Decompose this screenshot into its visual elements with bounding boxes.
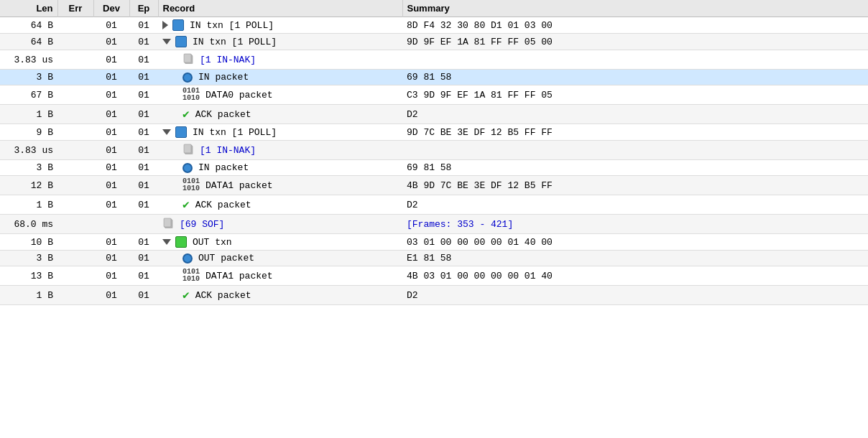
col-header-ep: Ep	[129, 0, 158, 17]
col-header-record: Record	[158, 0, 402, 17]
col-header-summary: Summary	[402, 0, 868, 17]
cell-record: 01011010DATA1 packet	[158, 176, 402, 195]
cell-dev: 01	[93, 195, 129, 215]
cell-record: ✔ACK packet	[158, 195, 402, 215]
circle-blue-icon	[183, 73, 193, 83]
cell-dev: 01	[93, 85, 129, 105]
record-text: IN txn [1 POLL]	[190, 20, 274, 31]
cell-len: 9 B	[0, 124, 57, 141]
cell-summary: D2	[402, 286, 868, 305]
cell-len: 12 B	[0, 176, 57, 195]
cell-record: ✔ACK packet	[158, 105, 402, 124]
cell-err	[57, 105, 93, 124]
cell-err	[57, 286, 93, 305]
cell-ep: 01	[129, 286, 158, 305]
cell-dev: 01	[93, 105, 129, 124]
cell-err	[57, 234, 93, 251]
col-header-dev: Dev	[93, 0, 129, 17]
cell-err	[57, 17, 93, 34]
cell-len: 10 B	[0, 234, 57, 251]
col-header-err: Err	[57, 0, 93, 17]
table-row[interactable]: 64 B0101IN txn [1 POLL]9D 9F EF 1A 81 FF…	[0, 34, 868, 50]
cell-summary	[402, 50, 868, 70]
cell-err	[57, 70, 93, 85]
cell-ep: 01	[129, 234, 158, 251]
stack-icon	[183, 52, 194, 67]
cell-dev: 01	[93, 176, 129, 195]
cell-err	[57, 34, 93, 50]
table-row[interactable]: 12 B010101011010DATA1 packet4B 9D 7C BE …	[0, 176, 868, 195]
record-text: ACK packet	[195, 290, 251, 301]
circle-blue-icon	[183, 163, 193, 173]
cell-err	[57, 266, 93, 286]
cell-dev: 01	[93, 34, 129, 50]
cell-err	[57, 124, 93, 141]
cell-summary: C3 9D 9F EF 1A 81 FF FF 05	[402, 85, 868, 105]
cell-dev: 01	[93, 234, 129, 251]
cell-err	[57, 251, 93, 266]
cell-err	[57, 195, 93, 215]
cell-len: 68.0 ms	[0, 215, 57, 234]
cell-len: 3 B	[0, 70, 57, 85]
cell-ep: 01	[129, 85, 158, 105]
cell-len: 13 B	[0, 266, 57, 286]
cell-len: 3 B	[0, 160, 57, 176]
cell-dev: 01	[93, 141, 129, 160]
record-text: OUT packet	[198, 253, 254, 264]
cell-summary: 69 81 58	[402, 160, 868, 176]
cell-ep: 01	[129, 176, 158, 195]
arrow-down-icon	[162, 239, 171, 245]
cell-ep	[129, 215, 158, 234]
cell-summary: D2	[402, 105, 868, 124]
cell-len: 64 B	[0, 17, 57, 34]
cell-summary: 8D F4 32 30 80 D1 01 03 00	[402, 17, 868, 34]
table-row[interactable]: 3 B0101OUT packetE1 81 58	[0, 251, 868, 266]
cell-err	[57, 160, 93, 176]
cell-record: [69 SOF]	[158, 215, 402, 234]
cell-len: 1 B	[0, 286, 57, 305]
table-row[interactable]: 3.83 us0101[1 IN-NAK]	[0, 50, 868, 70]
table-row[interactable]: 13 B010101011010DATA1 packet4B 03 01 00 …	[0, 266, 868, 286]
cell-dev: 01	[93, 50, 129, 70]
table-row[interactable]: 68.0 ms[69 SOF][Frames: 353 - 421]	[0, 215, 868, 234]
cell-ep: 01	[129, 17, 158, 34]
cell-ep: 01	[129, 251, 158, 266]
table-row[interactable]: 1 B0101✔ACK packetD2	[0, 105, 868, 124]
stack-icon	[183, 143, 194, 157]
stack-icon	[162, 217, 174, 231]
cell-ep: 01	[129, 105, 158, 124]
cell-record: IN txn [1 POLL]	[158, 124, 402, 141]
table-row[interactable]: 1 B0101✔ACK packetD2	[0, 195, 868, 215]
table-row[interactable]: 9 B0101IN txn [1 POLL]9D 7C BE 3E DF 12 …	[0, 124, 868, 141]
cell-ep: 01	[129, 141, 158, 160]
data-bits-icon: 01011010	[183, 269, 200, 283]
cube-blue-icon	[175, 36, 187, 47]
cell-record: OUT txn	[158, 234, 402, 251]
col-header-len: Len	[0, 0, 57, 17]
cell-dev: 01	[93, 70, 129, 85]
table-row[interactable]: 3 B0101IN packet69 81 58	[0, 70, 868, 85]
cell-record: 01011010DATA0 packet	[158, 85, 402, 105]
record-text: [69 SOF]	[180, 219, 224, 230]
cell-ep: 01	[129, 50, 158, 70]
cell-len: 1 B	[0, 105, 57, 124]
cell-err	[57, 176, 93, 195]
cell-record: OUT packet	[158, 251, 402, 266]
cell-summary: 69 81 58	[402, 70, 868, 85]
cell-dev: 01	[93, 160, 129, 176]
table-row[interactable]: 3.83 us0101[1 IN-NAK]	[0, 141, 868, 160]
record-text: IN packet	[198, 72, 249, 83]
cell-record: IN txn [1 POLL]	[158, 34, 402, 50]
record-text: ACK packet	[195, 200, 251, 210]
table-row[interactable]: 3 B0101IN packet69 81 58	[0, 160, 868, 176]
cell-summary: 4B 9D 7C BE 3E DF 12 B5 FF	[402, 176, 868, 195]
table-row[interactable]: 1 B0101✔ACK packetD2	[0, 286, 868, 305]
cell-len: 67 B	[0, 85, 57, 105]
cell-summary: D2	[402, 195, 868, 215]
cell-record: 01011010DATA1 packet	[158, 266, 402, 286]
table-row[interactable]: 64 B0101IN txn [1 POLL]8D F4 32 30 80 D1…	[0, 17, 868, 34]
table-row[interactable]: 10 B0101OUT txn03 01 00 00 00 00 01 40 0…	[0, 234, 868, 251]
cell-dev: 01	[93, 17, 129, 34]
cell-dev: 01	[93, 124, 129, 141]
table-row[interactable]: 67 B010101011010DATA0 packetC3 9D 9F EF …	[0, 85, 868, 105]
